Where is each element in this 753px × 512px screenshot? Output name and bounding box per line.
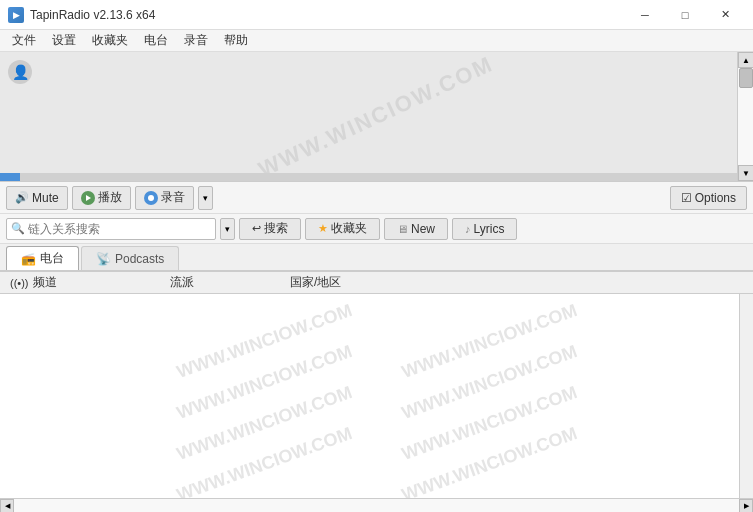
mute-icon: 🔊 [15, 191, 29, 204]
hscroll-left-btn[interactable]: ◀ [0, 499, 14, 513]
search-button[interactable]: ↩ 搜索 [239, 218, 301, 240]
search-btn-icon: ↩ [252, 222, 261, 235]
svg-marker-0 [86, 195, 91, 201]
options-button[interactable]: ☑ Options [670, 186, 747, 210]
tab-podcasts[interactable]: 📡 Podcasts [81, 246, 179, 270]
lyrics-icon: ♪ [465, 223, 471, 235]
scrollbar-down-btn[interactable]: ▼ [738, 165, 753, 181]
title-bar-controls: ─ □ ✕ [625, 4, 745, 26]
column-header-channel: ((•)) 频道 [4, 274, 164, 291]
menu-favorites[interactable]: 收藏夹 [84, 30, 136, 51]
svg-point-1 [148, 195, 154, 201]
main-area: 👤 WWW.WINCIOW.COM ▲ ▼ 🔊 Mute 播放 [0, 52, 753, 512]
station-tab-label: 电台 [40, 250, 64, 267]
menu-settings[interactable]: 设置 [44, 30, 84, 51]
progress-bar[interactable] [0, 173, 737, 181]
scrollbar-up-btn[interactable]: ▲ [738, 52, 753, 68]
signal-icon: ((•)) [10, 277, 29, 289]
menu-bar: 文件 设置 收藏夹 电台 录音 帮助 [0, 30, 753, 52]
player-area: 👤 WWW.WINCIOW.COM ▲ ▼ [0, 52, 753, 182]
record-icon [144, 191, 158, 205]
watermark-text: WWW.WINCIOW.COM [255, 52, 498, 181]
play-icon [81, 191, 95, 205]
controls-bar: 🔊 Mute 播放 录音 ▾ ☑ Options [0, 182, 753, 214]
close-button[interactable]: ✕ [705, 4, 745, 26]
new-icon: 🖥 [397, 223, 408, 235]
play-button[interactable]: 播放 [72, 186, 131, 210]
menu-help[interactable]: 帮助 [216, 30, 256, 51]
table-area: ((•)) 频道 流派 国家/地区 WWW.WINCIOW.COM WWW.WI… [0, 272, 753, 512]
title-bar-left: ▶ TapinRadio v2.13.6 x64 [8, 7, 155, 23]
podcasts-tab-icon: 📡 [96, 252, 111, 266]
hscroll-track[interactable] [14, 499, 739, 513]
table-watermark: WWW.WINCIOW.COM WWW.WINCIOW.COM WWW.WINC… [0, 294, 753, 512]
maximize-button[interactable]: □ [665, 4, 705, 26]
search-icon: 🔍 [11, 222, 25, 235]
search-input[interactable] [28, 222, 188, 236]
table-body: WWW.WINCIOW.COM WWW.WINCIOW.COM WWW.WINC… [0, 294, 753, 512]
favorites-button[interactable]: ★ 收藏夹 [305, 218, 380, 240]
player-scrollbar[interactable]: ▲ ▼ [737, 52, 753, 181]
options-check-icon: ☑ [681, 191, 692, 205]
title-bar: ▶ TapinRadio v2.13.6 x64 ─ □ ✕ [0, 0, 753, 30]
table-right-scrollbar[interactable] [739, 294, 753, 498]
favorites-icon: ★ [318, 222, 328, 235]
menu-record[interactable]: 录音 [176, 30, 216, 51]
mute-button[interactable]: 🔊 Mute [6, 186, 68, 210]
search-dropdown[interactable]: ▾ [220, 218, 235, 240]
table-bottom-scrollbar[interactable]: ◀ ▶ [0, 498, 753, 512]
tab-station[interactable]: 📻 电台 [6, 246, 79, 270]
table-header: ((•)) 频道 流派 国家/地区 [0, 272, 753, 294]
window-title: TapinRadio v2.13.6 x64 [30, 8, 155, 22]
scrollbar-track[interactable] [738, 68, 753, 165]
search-input-wrapper[interactable]: 🔍 [6, 218, 216, 240]
user-icon: 👤 [12, 64, 29, 80]
avatar: 👤 [8, 60, 32, 84]
watermark: WWW.WINCIOW.COM [0, 52, 753, 181]
column-header-genre: 流派 [164, 274, 284, 291]
station-tab-icon: 📻 [21, 252, 36, 266]
new-button[interactable]: 🖥 New [384, 218, 448, 240]
record-button[interactable]: 录音 [135, 186, 194, 210]
minimize-button[interactable]: ─ [625, 4, 665, 26]
progress-fill [0, 173, 20, 181]
search-bar: 🔍 ▾ ↩ 搜索 ★ 收藏夹 🖥 New ♪ Lyrics [0, 214, 753, 244]
lyrics-button[interactable]: ♪ Lyrics [452, 218, 517, 240]
menu-station[interactable]: 电台 [136, 30, 176, 51]
podcasts-tab-label: Podcasts [115, 252, 164, 266]
tabs-bar: 📻 电台 📡 Podcasts [0, 244, 753, 272]
menu-file[interactable]: 文件 [4, 30, 44, 51]
hscroll-right-btn[interactable]: ▶ [739, 499, 753, 513]
column-header-country: 国家/地区 [284, 274, 434, 291]
scrollbar-thumb[interactable] [739, 68, 753, 88]
app-icon: ▶ [8, 7, 24, 23]
record-dropdown[interactable]: ▾ [198, 186, 213, 210]
